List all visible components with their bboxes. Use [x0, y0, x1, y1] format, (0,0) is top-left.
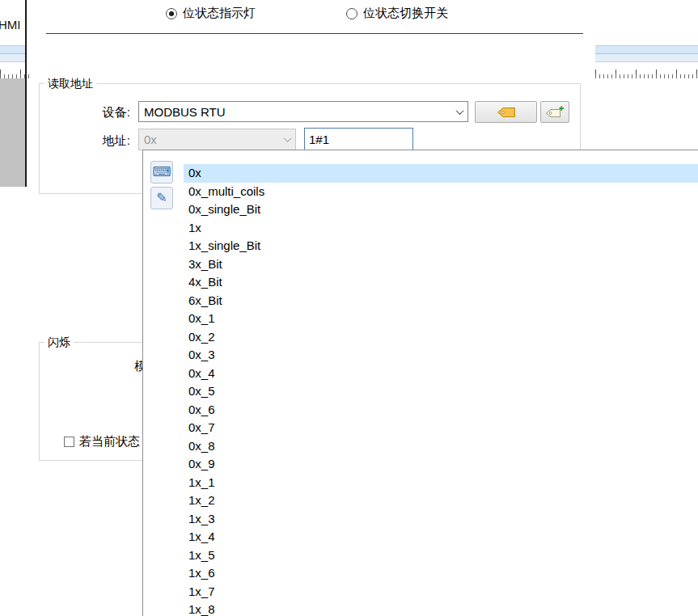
horizontal-ruler-right: [595, 69, 698, 78]
address-type-list: 0x0x_multi_coils0x_single_Bit1x1x_single…: [184, 164, 698, 616]
address-type-option[interactable]: 0x_single_Bit: [184, 200, 698, 219]
address-type-option[interactable]: 0x_3: [184, 346, 698, 365]
toolbar-fragment-right: [595, 45, 698, 62]
radio-option-bit-switch[interactable]: 位状态切换开关: [346, 6, 448, 21]
address-type-option[interactable]: 0x_2: [184, 328, 698, 347]
group-title: 闪烁: [44, 335, 74, 350]
radio-option-bit-lamp[interactable]: 位状态指示灯: [166, 6, 256, 21]
address-label: 地址:: [82, 133, 130, 149]
checkbox-icon: [64, 437, 74, 447]
address-type-option[interactable]: 1x_5: [184, 546, 698, 565]
chevron-down-icon[interactable]: [279, 129, 295, 150]
address-type-option[interactable]: 1x_2: [184, 492, 698, 510]
keyboard-icon: ⌨: [152, 166, 171, 179]
address-type-option[interactable]: 1x_4: [184, 528, 698, 546]
toolbar-fragment-left: [0, 45, 25, 62]
address-type-option[interactable]: 1x_7: [184, 583, 698, 601]
address-type-select[interactable]: 0x: [138, 129, 296, 150]
device-select[interactable]: MODBUS RTU: [138, 101, 468, 122]
address-type-option[interactable]: 3x_Bit: [184, 255, 698, 274]
address-type-option[interactable]: 0x_6: [184, 401, 698, 420]
chevron-down-icon[interactable]: [451, 102, 467, 121]
device-value: MODBUS RTU: [139, 105, 451, 119]
address-input[interactable]: [304, 128, 413, 150]
address-type-option[interactable]: 0x_7: [184, 419, 698, 437]
device-label: 设备:: [82, 105, 130, 120]
address-type-dropdown-popup: ⌨ ✎ 0x0x_multi_coils0x_single_Bit1x1x_si…: [142, 150, 698, 616]
address-type-option[interactable]: 0x_9: [184, 455, 698, 474]
radio-unselected-icon: [346, 8, 357, 19]
address-type-value: 0x: [139, 133, 279, 146]
address-type-option[interactable]: 1x_6: [184, 564, 698, 583]
address-type-option[interactable]: 0x_8: [184, 437, 698, 456]
radio-label: 位状态指示灯: [183, 6, 256, 21]
screen: HMI 位状态指示灯 位状态切换开关 读取地址 设备: MODBUS RTU: [0, 0, 698, 616]
panel-divider: [25, 0, 27, 187]
checkbox-label: 若当前状态: [79, 434, 140, 449]
address-type-option[interactable]: 1x_single_Bit: [184, 237, 698, 255]
edit-button[interactable]: ✎: [150, 187, 173, 209]
group-title: 读取地址: [44, 77, 96, 91]
tag-library-button[interactable]: [475, 101, 537, 123]
tag-icon: [496, 106, 517, 119]
address-type-option[interactable]: 1x_3: [184, 510, 698, 529]
radio-selected-icon: [166, 8, 177, 19]
current-state-checkbox[interactable]: 若当前状态: [64, 434, 140, 449]
side-panel-fragment: [0, 78, 25, 187]
address-type-option[interactable]: 0x_1: [184, 310, 698, 328]
section-divider: [46, 33, 583, 34]
keyboard-button[interactable]: ⌨: [150, 161, 173, 184]
address-type-option[interactable]: 0x_4: [184, 365, 698, 383]
address-type-option[interactable]: 1x: [184, 219, 698, 238]
edit-icon: ✎: [156, 192, 167, 205]
address-type-option[interactable]: 4x_Bit: [184, 273, 698, 292]
radio-label: 位状态切换开关: [363, 6, 448, 21]
address-type-option[interactable]: 1x_1: [184, 474, 698, 492]
project-tree-hmi-label: HMI: [0, 18, 21, 32]
add-tag-button[interactable]: [540, 101, 569, 123]
tag-plus-icon: [545, 105, 565, 120]
address-type-option[interactable]: 0x: [184, 164, 698, 183]
address-type-option[interactable]: 1x_8: [184, 601, 698, 616]
address-type-option[interactable]: 0x_multi_coils: [184, 183, 698, 201]
address-type-option[interactable]: 6x_Bit: [184, 292, 698, 310]
address-type-option[interactable]: 0x_5: [184, 382, 698, 401]
